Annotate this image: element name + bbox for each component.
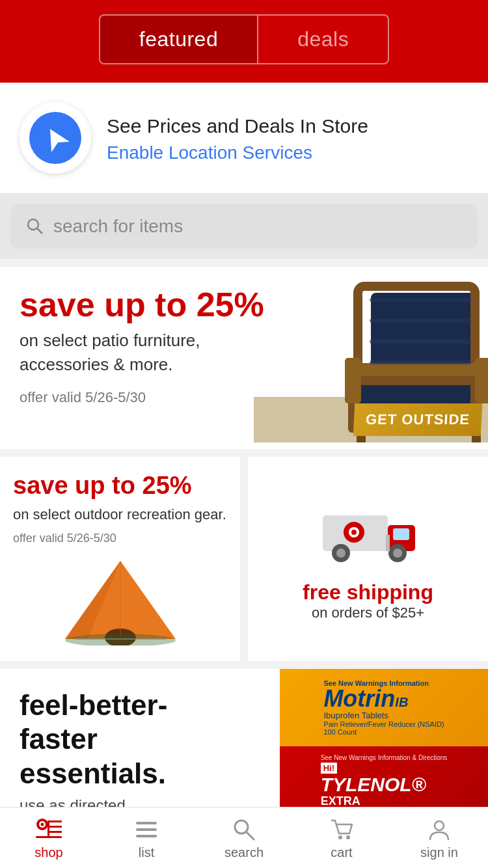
svg-point-37 [41,823,44,826]
header: featured deals [0,0,488,83]
shop-label: shop [34,845,62,860]
svg-rect-13 [475,358,488,403]
deals-cards: save up to 25% on select patio furniture… [0,259,488,842]
location-icon-circle [20,102,91,174]
bottom-nav: shop list search cart [0,807,488,868]
location-banner: See Prices and Deals In Store Enable Loc… [0,83,488,194]
enable-location-link[interactable]: Enable Location Services [107,142,312,163]
signin-icon [427,818,451,841]
outdoor-deal-card: save up to 25% on select outdoor recreat… [0,457,240,661]
list-label: list [139,845,154,860]
svg-point-48 [338,835,342,839]
svg-rect-12 [345,358,361,403]
svg-rect-39 [49,826,62,828]
svg-marker-0 [41,124,70,152]
search-bar-container: search for items [0,194,488,259]
nav-item-shop[interactable]: shop [10,818,88,860]
nav-item-cart[interactable]: cart [303,818,381,860]
patio-sub-text: on select patio furniture, accessories &… [20,329,254,376]
svg-line-47 [247,832,254,839]
outdoor-save-text: save up to 25% [13,472,227,500]
svg-rect-45 [136,835,157,837]
location-title: See Prices and Deals In Store [107,113,368,139]
cart-label: cart [331,845,352,860]
svg-rect-38 [49,821,62,822]
motrin-box: See New Warnings Information MotrinIB Ib… [280,669,488,746]
tent-visual [13,554,227,645]
nav-item-signin[interactable]: sign in [400,818,478,860]
shipping-sub-text: on orders of $25+ [312,604,424,621]
svg-point-33 [351,530,357,535]
nav-item-search[interactable]: search [205,818,283,860]
shipping-card: free shipping on orders of $25+ [248,457,488,661]
tab-featured[interactable]: featured [99,14,257,64]
svg-rect-44 [136,828,157,831]
patio-deal-card: save up to 25% on select patio furniture… [0,267,488,449]
svg-rect-16 [370,340,471,344]
svg-rect-40 [49,831,62,833]
outdoor-sub-text: on select outdoor recreation gear. [13,505,227,525]
svg-rect-42 [47,821,49,838]
svg-point-28 [336,549,346,558]
free-shipping-text: free shipping [303,580,433,604]
cart-icon [330,818,353,841]
svg-point-1 [28,219,38,230]
svg-rect-26 [393,528,409,540]
location-text: See Prices and Deals In Store Enable Loc… [107,113,368,163]
svg-point-30 [393,549,402,558]
medicine-text: feel-better- faster essentials. use as d… [20,688,167,815]
list-icon [135,818,158,841]
svg-line-2 [37,228,42,234]
svg-rect-43 [136,822,157,824]
delivery-truck-svg [316,496,420,567]
two-col-row: save up to 25% on select outdoor recreat… [0,457,488,661]
svg-rect-9 [345,363,480,376]
svg-rect-15 [370,319,471,323]
outdoor-offer-valid: offer valid 5/26-5/30 [13,532,227,545]
svg-rect-14 [370,298,471,302]
location-icon-inner [29,112,81,164]
search-placeholder: search for items [53,216,183,237]
search-bar[interactable]: search for items [10,204,478,249]
search-nav-label: search [224,845,264,860]
search-icon [26,217,44,236]
patio-image: GET OUTSIDE [254,267,488,449]
svg-rect-17 [370,360,471,364]
svg-point-49 [346,835,350,839]
tent-svg [55,554,185,645]
svg-point-50 [435,821,444,830]
get-outside-badge: GET OUTSIDE [353,403,483,436]
search-nav-icon [232,818,256,841]
tab-deals[interactable]: deals [257,14,389,64]
signin-label: sign in [420,845,458,860]
shop-icon [36,818,62,841]
svg-rect-34 [386,535,390,551]
navigation-icon [41,124,70,152]
nav-item-list[interactable]: list [107,818,185,860]
medicine-headline: feel-better- faster essentials. [20,688,167,791]
